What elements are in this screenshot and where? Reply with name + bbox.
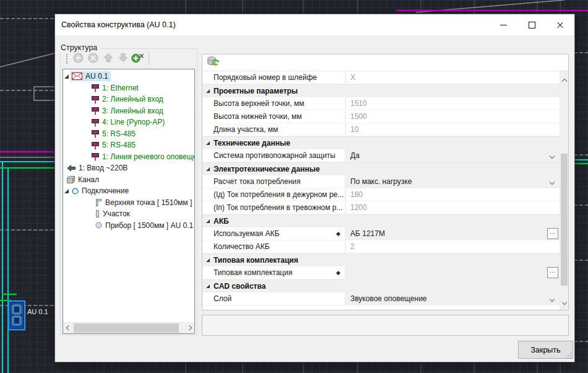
scroll-right-button[interactable]	[184, 323, 194, 333]
property-row[interactable]: Высота верхней точки, мм1510	[202, 97, 560, 110]
ellipsis-button[interactable]: ...	[547, 228, 558, 239]
resize-grip[interactable]	[570, 358, 571, 359]
property-value-cell[interactable]: 1500	[346, 110, 560, 123]
property-row[interactable]: Длина участка, мм10	[202, 123, 560, 136]
property-row[interactable]: (Iп) Ток потребления в тревожном р...120…	[202, 201, 560, 214]
property-value-cell[interactable]: X	[346, 71, 560, 84]
tree-item[interactable]: Верхняя точка [ 1510мм ]	[63, 197, 194, 209]
property-row[interactable]: Система противопожарной защитыДа	[202, 149, 560, 162]
property-label-cell: Система противопожарной защиты	[202, 149, 346, 162]
property-row[interactable]: Расчет тока потребленияПо макс. нагрузке	[202, 175, 560, 188]
titlebar[interactable]: Свойства конструктива (AU 0.1)	[55, 14, 574, 35]
property-value-cell[interactable]: По макс. нагрузке	[346, 175, 560, 188]
tree-item[interactable]: Канал	[63, 174, 194, 186]
property-value-cell[interactable]: Да	[346, 149, 560, 162]
property-row[interactable]: Используемая АКБ◆АБ 1217М...	[202, 227, 560, 240]
tree-item[interactable]: 4: Line (Рупор-АР)	[63, 116, 194, 128]
cad-device-au01[interactable]: AU 0.1	[9, 301, 48, 330]
tree-item[interactable]: Прибор [ 1500мм ] AU 0.1	[63, 220, 194, 232]
chevron-down-icon[interactable]	[550, 154, 555, 159]
property-label: Расчет тока потребления	[214, 177, 301, 186]
scroll-up-button[interactable]	[563, 74, 566, 86]
category-expander-icon[interactable]	[206, 141, 210, 145]
scrollbar-thumb[interactable]	[561, 154, 568, 286]
property-value-cell[interactable]: 1510	[346, 97, 560, 110]
dialog-title: Свойства конструктива (AU 0.1)	[55, 20, 176, 29]
property-row[interactable]: Количество АКБ2	[202, 240, 560, 253]
scroll-down-button[interactable]	[563, 296, 566, 307]
property-value-cell[interactable]: 2	[346, 240, 560, 253]
property-label: Высота верхней точки, мм	[214, 99, 304, 108]
tree-item[interactable]: AU 0.1	[63, 71, 194, 82]
close-window-button[interactable]	[546, 14, 574, 35]
chevron-down-icon[interactable]	[550, 297, 555, 302]
tree-entry: 5: RS-485	[90, 128, 138, 139]
move-up-button[interactable]	[102, 53, 115, 65]
property-value-cell[interactable]: 1200	[346, 201, 560, 214]
property-grid-toolbar	[202, 55, 568, 71]
sync-db-button[interactable]	[206, 56, 220, 69]
category-expander-icon[interactable]	[206, 89, 210, 93]
tree-item[interactable]: 1: Ввод ~220В	[63, 162, 194, 174]
add-circle-icon	[73, 53, 84, 66]
category-row[interactable]: Технические данные	[202, 136, 560, 149]
connector-icon	[92, 141, 99, 150]
add-connection-button[interactable]	[131, 53, 144, 65]
property-label-cell: Длина участка, мм	[202, 123, 346, 136]
expander-icon[interactable]	[64, 74, 69, 79]
property-label-cell: Слой	[202, 292, 346, 305]
tree-item[interactable]: 1: Линия речевого оповеще	[63, 151, 194, 163]
cad-workspace: { "window": { "title": "Свойства констру…	[0, 0, 588, 373]
property-value-cell[interactable]: ...	[346, 266, 560, 279]
ellipsis-button[interactable]: ...	[547, 267, 558, 278]
move-down-button[interactable]	[116, 53, 129, 65]
tree-item[interactable]: 5: RS-485	[63, 139, 194, 151]
category-row[interactable]: Типовая комплектация	[202, 253, 560, 266]
property-row[interactable]: (Iд) Ток потребления в дежурном ре...160	[202, 188, 560, 201]
category-expander-icon[interactable]	[206, 219, 210, 223]
toolbar-grip[interactable]	[66, 54, 67, 64]
property-label: Типовая комплектация	[214, 268, 292, 277]
property-value: 1510	[350, 99, 367, 108]
grid-vertical-scrollbar[interactable]	[560, 71, 568, 310]
connector-icon	[92, 106, 99, 115]
maximize-button[interactable]	[517, 14, 546, 35]
tree-item[interactable]: 3: Линейный вход	[63, 105, 194, 117]
property-value-cell[interactable]: Звуковое оповещение	[346, 292, 560, 305]
category-expander-icon[interactable]	[206, 258, 210, 262]
category-label: Технические данные	[214, 139, 290, 147]
minimize-button[interactable]	[489, 14, 517, 35]
property-row[interactable]: Высота нижней точки, мм1500	[202, 110, 560, 123]
category-row[interactable]: CAD свойства	[202, 279, 560, 292]
tree-item-label: 4: Line (Рупор-АР)	[102, 118, 165, 126]
expander-icon[interactable]	[64, 189, 69, 193]
property-value-cell[interactable]: АБ 1217М...	[346, 227, 560, 240]
property-value-cell[interactable]: 10	[346, 123, 560, 136]
property-value: 1200	[350, 203, 367, 212]
chevron-down-icon[interactable]	[550, 180, 555, 185]
property-value-cell[interactable]: 160	[346, 188, 560, 201]
property-row[interactable]: СлойЗвуковое оповещение	[202, 292, 560, 305]
category-row[interactable]: Электротехнические данные	[202, 162, 560, 175]
property-row[interactable]: Порядковый номер в шлейфеX	[202, 71, 560, 84]
tree-item[interactable]: 2: Линейный вход	[63, 94, 194, 105]
tree-item[interactable]: 5: RS-485	[63, 128, 194, 140]
close-button[interactable]: Закрыть	[518, 341, 573, 359]
scroll-left-button[interactable]	[63, 323, 74, 333]
tree-item[interactable]: 1: Ethernet	[63, 82, 194, 94]
delete-button[interactable]	[87, 53, 100, 65]
property-label-cell: Порядковый номер в шлейфе	[202, 71, 346, 84]
tree-horizontal-scrollbar[interactable]	[63, 322, 194, 333]
tree-item[interactable]: Участок	[63, 208, 194, 220]
tree-entry: Прибор [ 1500мм ] AU 0.1	[94, 221, 194, 230]
category-row[interactable]: АКБ	[202, 214, 560, 227]
category-expander-icon[interactable]	[206, 167, 210, 171]
property-label-cell: Типовая комплектация◆	[202, 266, 346, 279]
scrollbar-thumb[interactable]	[74, 323, 179, 333]
property-row[interactable]: Типовая комплектация◆...	[202, 266, 560, 279]
channel-icon	[67, 176, 75, 183]
category-row[interactable]: Проектные параметры	[202, 84, 560, 97]
category-expander-icon[interactable]	[206, 284, 210, 288]
add-button[interactable]	[72, 53, 85, 65]
tree-item[interactable]: Подключение	[63, 185, 194, 197]
